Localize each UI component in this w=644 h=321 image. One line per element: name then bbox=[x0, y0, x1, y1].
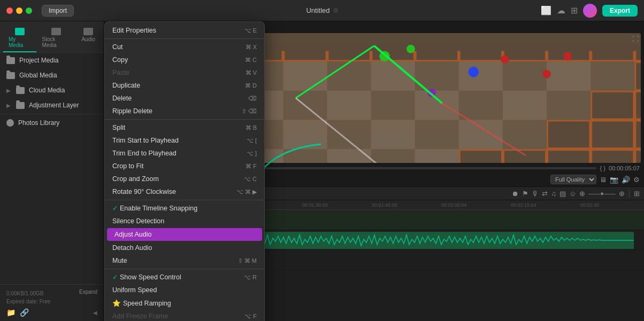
grid-layout-icon[interactable]: ⊞ bbox=[634, 190, 640, 198]
menu-trim-start[interactable]: Trim Start to Playhead ⌥ [ bbox=[105, 134, 264, 147]
sidebar-item-adjustment-layer[interactable]: ▶ Adjustment Layer bbox=[0, 98, 104, 113]
sidebar: My Media Stock Media Audio Project Media… bbox=[0, 21, 104, 321]
svg-rect-25 bbox=[283, 61, 327, 91]
menu-speed-ramping[interactable]: ⭐ Speed Ramping bbox=[105, 296, 264, 310]
menu-uniform-speed[interactable]: Uniform Speed bbox=[105, 284, 264, 296]
menu-silence-detection[interactable]: Silence Detection bbox=[105, 215, 264, 228]
monitor-output-icon[interactable]: 🖥 bbox=[600, 176, 607, 184]
svg-rect-39 bbox=[371, 91, 415, 120]
fullscreen-icon[interactable]: ⛶ bbox=[632, 35, 639, 43]
link-icon[interactable]: 🔗 bbox=[20, 308, 29, 317]
menu-paste-label: Paste bbox=[112, 69, 129, 76]
menu-detach-audio[interactable]: Detach Audio bbox=[105, 241, 264, 254]
menu-split-label: Split bbox=[112, 124, 125, 131]
add-folder-icon[interactable]: 📁 bbox=[6, 308, 16, 317]
sidebar-item-cloud-media[interactable]: ▶ Cloud Media bbox=[0, 83, 104, 98]
svg-point-64 bbox=[468, 67, 479, 77]
export-button[interactable]: Export bbox=[602, 5, 638, 17]
flag-icon[interactable]: ⚑ bbox=[522, 190, 528, 198]
monitor-icon[interactable]: ⬜ bbox=[541, 5, 551, 15]
project-title: Untitled bbox=[306, 6, 329, 14]
transfer-icon[interactable]: ⇄ bbox=[542, 190, 548, 198]
menu-delete[interactable]: Delete ⌫ bbox=[105, 92, 264, 105]
expand-triangle-icon: ▶ bbox=[6, 88, 11, 93]
menu-freeze-frame-label: Add Freeze Frame bbox=[112, 312, 168, 320]
quality-select[interactable]: Full Quality bbox=[550, 175, 596, 184]
volume-icon[interactable]: 🔊 bbox=[622, 176, 630, 184]
tab-audio[interactable]: Audio bbox=[76, 26, 101, 52]
traffic-lights bbox=[6, 7, 32, 14]
expand-button[interactable]: Expand bbox=[79, 289, 97, 295]
ruler-mark-5: 00:02:15:04 bbox=[511, 202, 536, 208]
tab-stock-media[interactable]: Stock Media bbox=[36, 26, 76, 52]
smile-icon[interactable]: ☺ bbox=[569, 190, 576, 198]
add-track-icon[interactable]: ⊕ bbox=[579, 190, 585, 198]
svg-rect-31 bbox=[547, 61, 591, 91]
menu-mute[interactable]: Mute ⇧ ⌘ M bbox=[105, 254, 264, 267]
gear-icon bbox=[6, 119, 14, 127]
menu-uniform-speed-label: Uniform Speed bbox=[112, 286, 157, 294]
menu-rotate[interactable]: Rotate 90° Clockwise ⌥ ⌘ ▶ bbox=[105, 185, 264, 198]
menu-freeze-frame-shortcut: ⌥ F bbox=[244, 313, 257, 320]
snapshot-icon[interactable]: 📷 bbox=[610, 176, 618, 184]
tab-my-media-label: My Media bbox=[9, 36, 31, 48]
user-avatar[interactable] bbox=[583, 4, 597, 18]
svg-rect-51 bbox=[415, 120, 459, 150]
menu-divider bbox=[105, 38, 264, 39]
ruler-mark-4: 00:02:00:04 bbox=[441, 202, 467, 208]
time-display: 00:00:05:07 bbox=[609, 165, 640, 171]
audio-sync-icon[interactable]: ♫ bbox=[551, 190, 556, 198]
player-right-controls: Full Quality 🖥 📷 🔊 ⚙ bbox=[550, 175, 640, 184]
storage-info: 0.00KB/1.00GB bbox=[6, 291, 44, 296]
record-icon[interactable]: ⏺ bbox=[512, 190, 519, 198]
grid-icon[interactable]: ⊞ bbox=[571, 5, 578, 15]
chevron-left-icon[interactable]: ◀ bbox=[93, 310, 97, 316]
sidebar-item-project-media[interactable]: Project Media bbox=[0, 53, 104, 68]
menu-edit-properties[interactable]: Edit Properties ⌥ E bbox=[105, 24, 264, 37]
menu-crop-zoom[interactable]: Crop and Zoom ⌥ C bbox=[105, 173, 264, 185]
menu-split-shortcut: ⌘ B bbox=[246, 124, 257, 131]
menu-show-speed[interactable]: ✓ Show Speed Control ⌥ R bbox=[105, 271, 264, 284]
svg-point-67 bbox=[563, 52, 572, 60]
title-right-controls: ⬜ ☁ ⊞ Export bbox=[541, 4, 638, 18]
toolbar-separator-3 bbox=[629, 189, 630, 198]
svg-rect-32 bbox=[591, 61, 634, 91]
settings-icon[interactable]: ⚙ bbox=[633, 176, 640, 184]
svg-rect-48 bbox=[283, 120, 327, 150]
mic-icon[interactable]: 🎙 bbox=[532, 190, 539, 198]
tab-my-media[interactable]: My Media bbox=[3, 26, 36, 52]
my-media-icon bbox=[15, 28, 25, 35]
menu-duplicate-label: Duplicate bbox=[112, 82, 140, 89]
close-button[interactable] bbox=[6, 7, 13, 14]
menu-split[interactable]: Split ⌘ B bbox=[105, 121, 264, 134]
cloud-icon[interactable]: ☁ bbox=[557, 5, 565, 15]
sidebar-item-global-media[interactable]: Global Media bbox=[0, 68, 104, 83]
menu-speed-left: ✓ Show Speed Control bbox=[112, 273, 181, 281]
svg-rect-49 bbox=[327, 120, 371, 150]
layers-icon[interactable]: ▤ bbox=[559, 190, 566, 198]
project-media-label: Project Media bbox=[19, 57, 58, 64]
zoom-slider[interactable]: ——●—— bbox=[588, 190, 616, 197]
menu-copy[interactable]: Copy ⌘ C bbox=[105, 53, 264, 66]
audio-icon bbox=[83, 28, 93, 35]
sidebar-divider bbox=[0, 114, 104, 114]
maximize-button[interactable] bbox=[26, 7, 32, 14]
zoom-in-icon[interactable]: ⊕ bbox=[619, 190, 625, 198]
menu-duplicate[interactable]: Duplicate ⌘ D bbox=[105, 79, 264, 92]
menu-ripple-delete[interactable]: Ripple Delete ⇧ ⌫ bbox=[105, 105, 264, 118]
menu-cut-shortcut: ⌘ X bbox=[246, 44, 257, 51]
expand-triangle-icon: ▶ bbox=[6, 103, 11, 108]
svg-rect-41 bbox=[459, 91, 503, 120]
menu-enable-snapping[interactable]: ✓ Enable Timeline Snapping bbox=[105, 202, 264, 215]
minimize-button[interactable] bbox=[16, 7, 22, 14]
menu-adjust-audio[interactable]: Adjust Audio bbox=[107, 228, 262, 241]
menu-crop-fit[interactable]: Crop to Fit ⌘ F bbox=[105, 160, 264, 173]
menu-copy-label: Copy bbox=[112, 56, 128, 64]
sidebar-item-photos-library[interactable]: Photos Library bbox=[0, 115, 104, 130]
svg-rect-50 bbox=[371, 120, 415, 150]
folder-icon bbox=[6, 72, 15, 79]
menu-trim-end[interactable]: Trim End to Playhead ⌥ ] bbox=[105, 147, 264, 160]
import-button[interactable]: Import bbox=[42, 5, 74, 17]
ruler-mark-2: 00:01:30:03 bbox=[302, 202, 328, 208]
menu-cut[interactable]: Cut ⌘ X bbox=[105, 41, 264, 53]
